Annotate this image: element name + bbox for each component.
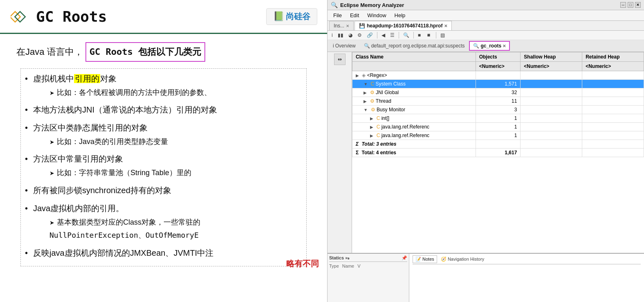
menu-file[interactable]: File bbox=[329, 11, 346, 20]
bullet-6: Java虚拟机内部的引用。 基本数据类型对应的Class对象，一些常驻的 Nul… bbox=[25, 201, 302, 242]
expand-jni[interactable]: ▶ bbox=[364, 90, 367, 95]
bullet-2: 本地方法栈内JNI（通常说的本地方法）引用的对象 bbox=[25, 102, 302, 117]
table-row[interactable]: ▶ C java.lang.ref.Referenc 1 bbox=[352, 123, 644, 131]
bullet-4: 方法区中常量引用的对象 比如：字符串常量池（String Table）里的 bbox=[25, 151, 302, 179]
expand-ref1[interactable]: ▶ bbox=[370, 125, 373, 129]
filter-shallow[interactable]: <Numeric> bbox=[521, 62, 582, 71]
expand-ref2[interactable]: ▶ bbox=[370, 133, 373, 138]
instance-tab[interactable]: Ins... ✕ bbox=[329, 21, 354, 30]
toolbar-stats[interactable]: ▨ bbox=[439, 32, 447, 39]
indent-spacer bbox=[356, 90, 362, 95]
notes-tab-bar: 📝 Notes 🧭 Navigation History bbox=[413, 255, 641, 264]
tab-default-report[interactable]: 🔍 default_report org.eclipse.mat.api:sus… bbox=[360, 41, 469, 51]
retained-cell bbox=[582, 131, 644, 140]
bottom-panel: Statics »₃ 📌 Type Name V 📝 Notes bbox=[328, 253, 644, 302]
col-retained-heap[interactable]: Retained Heap bbox=[582, 52, 644, 62]
shallow-cell bbox=[521, 71, 582, 80]
heapdump-icon: 💾 bbox=[359, 23, 365, 29]
toolbar-chart[interactable]: ▮▮ bbox=[336, 32, 345, 39]
class-name-cell: ▼ ⚙ Busy Monitor bbox=[352, 106, 476, 114]
window-controls[interactable]: ─ □ ✕ bbox=[620, 2, 641, 8]
slide-title: GC Roots bbox=[36, 8, 107, 25]
toolbar-info[interactable]: i bbox=[330, 32, 334, 39]
table-row[interactable]: ▶ ⚙ JNI Global 32 bbox=[352, 88, 644, 97]
thread-icon: ⚙ bbox=[370, 98, 375, 104]
view-tabs: i Overview 🔍 default_report org.eclipse.… bbox=[328, 40, 644, 52]
expand-thread[interactable]: ▶ bbox=[364, 99, 367, 104]
nav-history-label: Navigation History bbox=[448, 257, 484, 261]
objects-cell: 1 bbox=[476, 123, 521, 131]
eclipse-window: 🔍 Eclipse Memory Analyzer ─ □ ✕ File Edi… bbox=[328, 0, 644, 302]
indent-spacer bbox=[356, 81, 362, 87]
nav-history-tab[interactable]: 🧭 Navigation History bbox=[438, 255, 487, 263]
restore-button[interactable]: □ bbox=[628, 2, 633, 8]
slide-header: GC Roots 📗 尚硅谷 bbox=[0, 0, 327, 34]
statics-header: Statics »₃ 📌 bbox=[329, 255, 407, 262]
objects-cell: 1,571 bbox=[476, 80, 521, 88]
table-row[interactable]: ▶ C java.lang.ref.Referenc 1 bbox=[352, 131, 644, 140]
statics-col-name: Name bbox=[342, 264, 354, 268]
shallow-cell bbox=[521, 131, 582, 140]
gc-roots-icon: 🔍 bbox=[473, 43, 479, 49]
minimize-button[interactable]: ─ bbox=[620, 2, 626, 8]
filter-class[interactable] bbox=[352, 62, 476, 71]
side-icon-1[interactable]: ⇔ bbox=[334, 54, 346, 65]
toolbar-pie[interactable]: ◕ bbox=[347, 32, 354, 39]
col-shallow-heap[interactable]: Shallow Heap bbox=[521, 52, 582, 62]
intro-highlight: GC Roots 包括以下几类元 bbox=[85, 42, 205, 62]
menu-help[interactable]: Help bbox=[390, 11, 410, 20]
class-name-cell: ▶ ⚙ Thread bbox=[352, 97, 476, 106]
toolbar-filter[interactable]: ⚙ bbox=[356, 32, 364, 39]
close-button[interactable]: ✕ bbox=[635, 2, 641, 8]
statics-label: Statics bbox=[329, 255, 344, 260]
gc-roots-tab-close[interactable]: ✕ bbox=[503, 44, 506, 48]
tab-overview[interactable]: i Overview bbox=[329, 41, 359, 51]
instance-tab-label: Ins... bbox=[334, 23, 344, 29]
table-row[interactable]: ▼ ⚙ Busy Monitor 3 bbox=[352, 106, 644, 114]
menu-window[interactable]: Window bbox=[363, 11, 390, 20]
toolbar-search[interactable]: 🔍 bbox=[402, 32, 411, 39]
instance-tab-close[interactable]: ✕ bbox=[346, 24, 349, 28]
slide-content: 在Java 语言中， GC Roots 包括以下几类元 虚拟机栈中引用的对象 比… bbox=[0, 34, 327, 275]
expand-int[interactable]: ▶ bbox=[370, 116, 373, 121]
eclipse-title: Eclipse Memory Analyzer bbox=[340, 2, 404, 8]
ref1-icon: C bbox=[377, 124, 380, 130]
table-row[interactable]: ▼ C System Class 1,571 bbox=[352, 80, 644, 88]
toolbar-layout[interactable]: ◾ bbox=[424, 32, 433, 39]
table-row[interactable]: ▶ ⚙ Thread 11 bbox=[352, 97, 644, 106]
heapdump-tab-close[interactable]: ✕ bbox=[444, 24, 447, 28]
toolbar-back[interactable]: ◀ bbox=[380, 32, 387, 39]
toolbar-menu[interactable]: ☰ bbox=[388, 32, 396, 39]
filter-objects[interactable]: <Numeric> bbox=[476, 62, 521, 71]
class-name: JNI Global bbox=[376, 90, 399, 95]
table-row[interactable]: ▶ C int[] 1 bbox=[352, 114, 644, 123]
filter-retained[interactable]: <Numeric> bbox=[582, 62, 644, 71]
col-class-name[interactable]: Class Name bbox=[352, 52, 476, 62]
expand-regex[interactable]: ▶ bbox=[356, 73, 359, 78]
notes-tab[interactable]: 📝 Notes bbox=[413, 255, 437, 263]
toolbar-link[interactable]: 🔗 bbox=[365, 32, 375, 39]
tab-gc-roots[interactable]: 🔍 gc_roots ✕ bbox=[469, 41, 510, 51]
retained-cell bbox=[582, 71, 644, 80]
system-class-icon: C bbox=[371, 81, 375, 87]
bullet-list: 虚拟机栈中引用的对象 比如：各个线程被调用的方法中使用到的参数、 本地方法栈内J… bbox=[25, 71, 302, 260]
eclipse-app-icon: 🔍 bbox=[331, 2, 338, 8]
col-objects[interactable]: Objects bbox=[476, 52, 521, 62]
menu-edit[interactable]: Edit bbox=[346, 11, 363, 20]
toolbar-table[interactable]: ■ bbox=[416, 32, 422, 39]
statics-pin-icon[interactable]: 📌 bbox=[402, 255, 407, 261]
logo-icon bbox=[10, 7, 29, 26]
expand-system-class[interactable]: ▼ bbox=[364, 82, 368, 86]
shallow-cell bbox=[521, 97, 582, 106]
toolbar-row: i ▮▮ ◕ ⚙ 🔗 ◀ ☰ 🔍 ■ ◾ ▨ bbox=[328, 31, 644, 40]
table-row[interactable]: ▶ ◈ <Regex> bbox=[352, 71, 644, 80]
indent-spacer bbox=[356, 107, 362, 113]
total-row: Σ Total: 4 entries 1,617 bbox=[352, 149, 644, 157]
toolbar-sep-2 bbox=[399, 32, 399, 38]
sub-1: 比如：各个线程被调用的方法中使用到的参数、 bbox=[33, 86, 302, 99]
expand-busy[interactable]: ▼ bbox=[364, 108, 368, 112]
objects-cell: 1 bbox=[476, 114, 521, 123]
heapdump-tab[interactable]: 💾 heapdump-1610764674118.hprof ✕ bbox=[355, 21, 452, 30]
int-icon: C bbox=[377, 115, 380, 121]
indent-spacer2 bbox=[356, 133, 369, 138]
